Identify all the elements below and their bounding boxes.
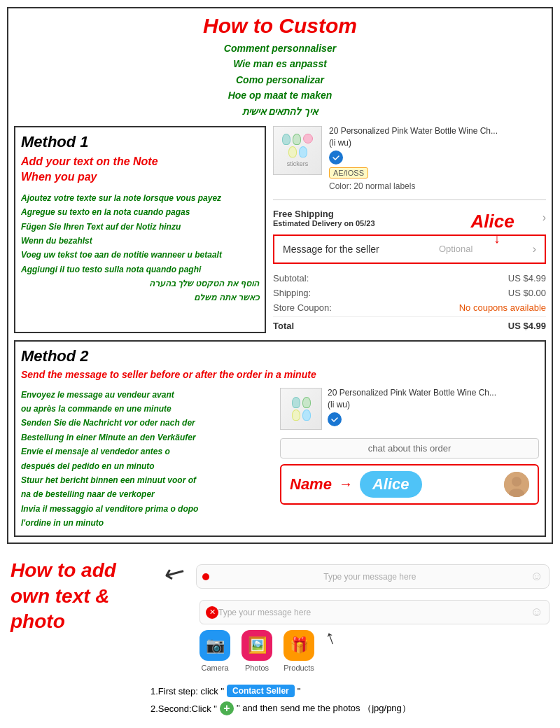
free-shipping-label: Free Shipping xyxy=(273,209,375,219)
product-name: 20 Personalized Pink Water Bottle Wine C… xyxy=(329,126,546,136)
message-seller-box[interactable]: Message for the seller Optional › xyxy=(273,234,546,264)
order-verified-badge-icon xyxy=(328,412,342,426)
method2-section: Method 2 Send the message to seller befo… xyxy=(14,340,546,538)
mini-emoji-icon: ☺ xyxy=(531,569,543,584)
method2-right-panel: 20 Personalized Pink Water Bottle Wine C… xyxy=(280,388,539,531)
camera-circle-icon: 📷 xyxy=(200,630,230,661)
arrow-up-right-icon: ↑ xyxy=(322,626,339,650)
bottom-section: How to add own text & photo ↙ Type your … xyxy=(7,551,553,727)
m1-lang-7: כאשר אתה משלם xyxy=(21,290,259,304)
m1-lang-2: Fügen Sie Ihren Text auf der Notiz hinzu xyxy=(21,220,259,234)
m2-lang-7: na de bestelling naar de verkoper xyxy=(21,487,273,501)
m2-lang-6: Stuur het bericht binnen een minuut voor… xyxy=(21,473,273,487)
lang-dutch: Hoe op maat te maken xyxy=(14,88,546,103)
m1-lang-3: Wenn du bezahlst xyxy=(21,234,259,248)
method1-subtitle: Add your text on the Note When you pay xyxy=(21,154,259,186)
lang-german: Wie man es anpasst xyxy=(14,56,546,71)
bottom-right: ↙ Type your message here ☺ ✕ Type your m… xyxy=(150,558,550,720)
method2-title: Method 2 xyxy=(21,347,539,365)
plus-button-icon[interactable]: + xyxy=(220,701,234,715)
method2-langs-panel: Envoyez le message au vendeur avant ou a… xyxy=(21,388,273,531)
m2-lang-5: después del pedido en un minuto xyxy=(21,459,273,473)
method1-box: Method 1 Add your text on the Note When … xyxy=(14,126,266,333)
products-label: Products xyxy=(284,664,314,672)
subtotal-row: Subtotal: US $4.99 xyxy=(273,271,546,286)
name-alice-row: Name → Alice xyxy=(280,464,539,505)
color-info: Color: 20 normal labels xyxy=(329,181,546,191)
how-to-custom-langs: Comment personnaliser Wie man es anpasst… xyxy=(14,41,546,119)
method2-subtitle: Send the message to seller before or aft… xyxy=(21,368,539,382)
phone-screen-top: ✕ Type your message here ☺ xyxy=(200,600,550,624)
order-product-thumbnail xyxy=(280,388,322,430)
m1-lang-4: Voeg uw tekst toe aan de notitie wanneer… xyxy=(21,248,259,262)
message-seller-optional: Optional xyxy=(439,244,472,254)
m2-lang-2: Senden Sie die Nachricht vor oder nach d… xyxy=(21,416,273,430)
alice-label: Alice xyxy=(471,211,514,232)
photos-icon-item[interactable]: 🖼️ Photos xyxy=(241,630,272,672)
mini-dot-icon xyxy=(202,573,209,580)
order-product-seller: (li wu) xyxy=(328,400,539,410)
message-seller-label: Message for the seller xyxy=(283,244,379,255)
shipping-estimated: Estimated Delivery on 05/23 xyxy=(273,219,375,227)
step2-line: 2.Second:Click " + " and then send me th… xyxy=(150,701,550,715)
phone-type-placeholder: Type your message here xyxy=(218,608,531,617)
product-info-row: stickers 20 Personalized Pink Water Bott… xyxy=(273,126,546,191)
svg-point-1 xyxy=(512,477,522,486)
method2-langs: Envoyez le message au vendeur avant ou a… xyxy=(21,388,273,531)
method1-title: Method 1 xyxy=(21,133,259,151)
m2-lang-8: Invia il messaggio al venditore prima o … xyxy=(21,502,273,516)
m1-lang-6: הוסף את הטקסט שלך בהערה xyxy=(21,276,259,290)
emoji-icon: ☺ xyxy=(531,605,543,620)
camera-icon-item[interactable]: 📷 Camera xyxy=(200,630,230,672)
m2-lang-3: Bestellung in einer Minute an den Verkäu… xyxy=(21,430,273,444)
photos-circle-icon: 🖼️ xyxy=(241,630,272,661)
phone-icons-row: 📷 Camera 🖼️ Photos 🎁 Products ↑ xyxy=(200,624,550,678)
arrow-down-left-icon: ↙ xyxy=(159,555,192,591)
shipping-row: Free Shipping Estimated Delivery on 05/2… xyxy=(273,209,546,227)
camera-label: Camera xyxy=(201,664,228,672)
message-seller-chevron[interactable]: › xyxy=(533,243,536,255)
phone-mockup-wrapper: ↙ Type your message here ☺ ✕ Type your m… xyxy=(150,558,550,678)
how-to-add-title: How to add own text & photo xyxy=(10,558,136,634)
order-product-name: 20 Personalized Pink Water Bottle Wine C… xyxy=(328,388,539,398)
product-seller: (li wu) xyxy=(329,138,546,148)
m2-lang-9: l'ordine in un minuto xyxy=(21,516,273,530)
pricing-table: Subtotal: US $4.99 Shipping: US $0.00 St… xyxy=(273,271,546,333)
step1-line: 1.First step: click " Contact Seller " xyxy=(150,685,550,697)
product-thumbnail: stickers xyxy=(273,126,322,175)
products-icon-item[interactable]: 🎁 Products xyxy=(284,630,314,672)
user-avatar xyxy=(504,472,529,497)
alice-bubble: Alice xyxy=(360,471,422,498)
m2-lang-1: ou après la commande en une minute xyxy=(21,402,273,416)
ae-ioss-tag: AE/IOSS xyxy=(329,167,368,178)
top-row: Method 1 Add your text on the Note When … xyxy=(14,126,546,333)
arrow-down-icon: ↓ xyxy=(493,230,500,246)
photos-label: Photos xyxy=(245,664,269,672)
m1-lang-1: Agregue su texto en la nota cuando pagas xyxy=(21,205,259,219)
close-x-icon[interactable]: ✕ xyxy=(206,606,218,619)
contact-seller-button[interactable]: Contact Seller xyxy=(227,685,295,697)
products-circle-icon: 🎁 xyxy=(284,630,314,661)
lang-spanish: Como personalizar xyxy=(14,72,546,88)
main-container: How to Custom Comment personnaliser Wie … xyxy=(7,7,553,544)
mini-phone-bar: Type your message here ☺ xyxy=(196,564,550,589)
m1-lang-0: Ajoutez votre texte sur la note lorsque … xyxy=(21,191,259,205)
how-to-custom-header: How to Custom xyxy=(14,14,546,38)
verified-badge-icon xyxy=(329,150,343,164)
order-product-details: 20 Personalized Pink Water Bottle Wine C… xyxy=(328,388,539,429)
lang-hebrew: איך להתאים אישית xyxy=(14,104,546,119)
chevron-right-icon[interactable]: › xyxy=(542,211,546,224)
arrow-right-icon: → xyxy=(339,476,353,492)
steps-area: 1.First step: click " Contact Seller " 2… xyxy=(150,685,550,715)
product-panel: stickers 20 Personalized Pink Water Bott… xyxy=(273,126,546,333)
shipping-price-row: Shipping: US $0.00 xyxy=(273,286,546,300)
lang-french: Comment personnaliser xyxy=(14,41,546,56)
order-product-row: 20 Personalized Pink Water Bottle Wine C… xyxy=(280,388,539,430)
method2-inner: Envoyez le message au vendeur avant ou a… xyxy=(21,388,539,531)
m2-lang-4: Envíe el mensaje al vendedor antes o xyxy=(21,444,273,458)
product-details: 20 Personalized Pink Water Bottle Wine C… xyxy=(329,126,546,191)
name-label: Name xyxy=(290,475,332,493)
coupon-row: Store Coupon: No coupons available xyxy=(273,300,546,315)
chat-about-order-button[interactable]: chat about this order xyxy=(280,438,539,458)
m2-lang-0: Envoyez le message au vendeur avant xyxy=(21,388,273,402)
